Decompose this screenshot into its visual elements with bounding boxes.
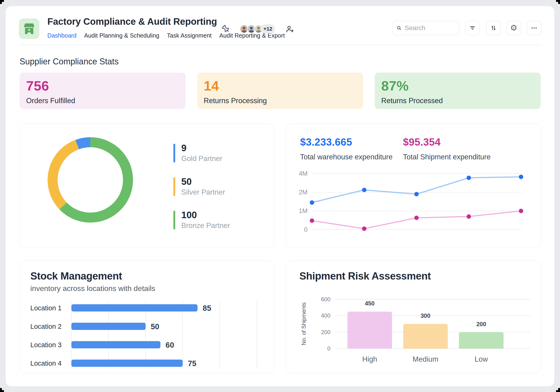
- partner-donut-chart: [20, 124, 273, 247]
- stats-section-heading: Supplier Compliance Stats: [20, 56, 119, 67]
- bar-medium: [403, 324, 448, 349]
- settings-icon: [510, 24, 517, 31]
- y-tick-label: 2M: [299, 189, 308, 196]
- data-point-warehouse-4: [467, 176, 471, 180]
- stat-value: 87%: [381, 79, 541, 93]
- search-icon: [396, 25, 401, 31]
- legend-swatch: [173, 211, 175, 229]
- legend-label: Gold Partner: [181, 155, 222, 162]
- bar-location-1: [71, 304, 198, 312]
- bar-value-label: 200: [477, 321, 486, 327]
- bar-location-2: [71, 323, 146, 330]
- storefront-icon: [23, 22, 36, 35]
- avatar-overflow-label: +12: [263, 26, 272, 32]
- bar-category-label: High: [362, 355, 377, 363]
- legend-item-bronze-partner: 100Bronze Partner: [173, 211, 230, 229]
- bar-high: [347, 312, 392, 349]
- sort-button[interactable]: [486, 21, 501, 35]
- header-collaboration-cluster: +12: [222, 24, 294, 34]
- search-box: [392, 21, 459, 35]
- stock-management-card: Stock Management inventory across locati…: [20, 261, 274, 373]
- more-icon: [530, 24, 538, 31]
- data-point-warehouse-2: [362, 188, 367, 192]
- y-tick-label: 200: [321, 329, 330, 335]
- more-options-button[interactable]: [527, 21, 541, 35]
- data-point-shipment-3: [414, 216, 419, 220]
- corner-marker-bottom-right-a: [556, 390, 560, 392]
- warehouse-expenditure-value: $3.233.665: [300, 136, 392, 148]
- bar-value-label: 75: [188, 359, 197, 368]
- y-axis-label: No. of Shipments: [300, 302, 307, 345]
- sort-icon: [490, 25, 497, 31]
- stat-value: 756: [26, 79, 186, 93]
- bar-category-label: Location 4: [30, 360, 62, 367]
- stat-card-orders-fulfilled: 756Orders Fulfilled: [20, 72, 186, 109]
- search-input[interactable]: [405, 24, 455, 32]
- risk-card-title: Shipment Risk Assessment: [299, 270, 431, 282]
- legend-swatch: [173, 144, 175, 162]
- settings-button[interactable]: [507, 21, 521, 35]
- bar-category-label: Low: [475, 355, 488, 363]
- stock-card-title: Stock Management: [30, 270, 122, 282]
- data-point-shipment-5: [519, 209, 523, 213]
- shipment-risk-card: Shipment Risk Assessment 0200400600No. o…: [286, 261, 541, 373]
- legend-item-silver-partner: 50Silver Partner: [173, 177, 225, 196]
- stat-label: Returns Processed: [381, 97, 541, 105]
- y-tick-label: 600: [321, 296, 330, 302]
- shipment-expenditure-label: Total Shipment expenditure: [403, 153, 491, 161]
- pin-button[interactable]: [222, 24, 230, 33]
- nav-tab-dashboard[interactable]: Dashboard: [47, 32, 77, 39]
- bar-location-3: [71, 341, 160, 348]
- corner-marker-bottom-right-b: [558, 388, 560, 390]
- app-logo: [19, 19, 40, 39]
- data-point-shipment-1: [310, 218, 314, 223]
- data-point-shipment-4: [467, 214, 471, 219]
- donut-segment-gold-partner: [77, 142, 90, 145]
- avatar-overflow-badge[interactable]: +12: [261, 24, 275, 34]
- donut-segment-bronze-partner: [63, 142, 128, 218]
- bar-category-label: Location 3: [30, 341, 62, 349]
- y-tick-label: 1M: [299, 207, 308, 214]
- stat-card-returns-processed: 87%Returns Processed: [375, 72, 541, 109]
- filter-icon: [469, 25, 476, 31]
- nav-tab-task-assignment[interactable]: Task Assignment: [167, 32, 212, 39]
- collaborator-avatars[interactable]: [240, 25, 261, 33]
- y-tick-label: 400: [321, 312, 330, 319]
- y-tick-label: 0: [327, 345, 330, 352]
- y-tick-label: 0: [304, 226, 308, 233]
- stock-card-subtitle: inventory across locations with details: [30, 284, 155, 293]
- data-point-warehouse-1: [310, 201, 314, 205]
- warehouse-expenditure-stat: $3.233.665 Total warehouse expenditure: [300, 136, 392, 161]
- avatar-person-icon: [248, 25, 255, 33]
- page-title: Factory Compliance & Audit Reporting: [47, 16, 217, 27]
- expenditure-card: $3.233.665 Total warehouse expenditure $…: [286, 123, 541, 248]
- corner-marker-bottom-left-b: [0, 388, 2, 390]
- corner-marker-bottom-left-a: [0, 390, 4, 392]
- bar-value-label: 85: [203, 304, 211, 312]
- filter-button[interactable]: [465, 21, 480, 35]
- avatar-person-icon: [240, 25, 248, 33]
- person-add-icon: [285, 24, 294, 33]
- bar-value-label: 300: [421, 312, 430, 319]
- nav-tab-audit-planning-scheduling[interactable]: Audit Planning & Scheduling: [84, 32, 159, 39]
- data-point-shipment-2: [362, 227, 367, 231]
- main-window: Factory Compliance & Audit Reporting Das…: [6, 6, 554, 386]
- pushpin-icon: [222, 24, 230, 33]
- legend-value: 100: [181, 210, 230, 220]
- add-user-button[interactable]: [285, 24, 294, 33]
- y-tick-label: 4M: [299, 170, 308, 177]
- corner-marker-top-right-a: [556, 0, 560, 2]
- data-point-warehouse-3: [414, 192, 419, 196]
- stat-label: Returns Processing: [204, 97, 363, 105]
- bar-low: [459, 332, 503, 349]
- data-point-warehouse-5: [519, 175, 523, 179]
- bar-category-label: Location 2: [30, 323, 62, 330]
- legend-value: 50: [181, 177, 225, 186]
- legend-value: 9: [181, 143, 222, 153]
- bar-value-label: 60: [166, 341, 174, 349]
- header-divider: [20, 45, 541, 45]
- bar-category-label: Medium: [412, 355, 438, 363]
- bar-location-4: [71, 360, 183, 367]
- donut-segment-silver-partner: [52, 145, 77, 206]
- legend-label: Bronze Partner: [181, 222, 230, 229]
